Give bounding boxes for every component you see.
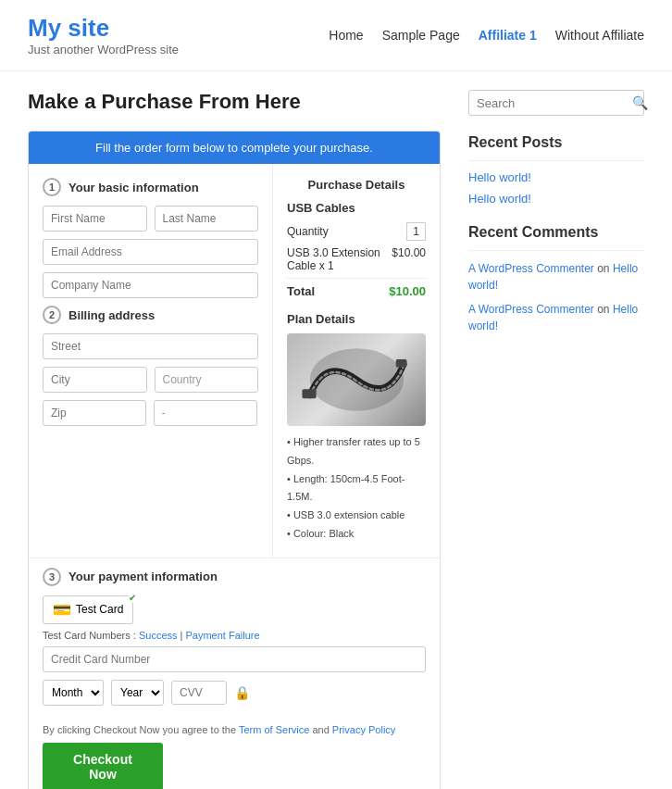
nav-affiliate1[interactable]: Affiliate 1 [479,28,537,43]
street-row [43,333,258,359]
nav-without-affiliate[interactable]: Without Affiliate [555,28,644,43]
section1-num: 1 [43,178,61,196]
city-input[interactable] [43,367,147,393]
section2-num: 2 [43,306,61,324]
main-nav: Home Sample Page Affiliate 1 Without Aff… [329,28,644,43]
product-image [287,333,426,426]
card-icon: 💳 [53,601,71,619]
test-card-button[interactable]: 💳 Test Card ✔ [43,595,133,624]
terms-text: By clicking Checkout Now you agree to th… [43,724,426,735]
feature-4: Colour: Black [287,525,426,544]
cvv-icon: 🔒 [234,685,250,700]
purchase-title: Purchase Details [287,178,426,192]
product-line-price: $10.00 [392,246,426,272]
country-select[interactable]: Country [155,367,259,393]
recent-posts-title: Recent Posts [468,134,644,151]
card-number-input[interactable] [43,646,426,672]
nav-home[interactable]: Home [329,28,363,43]
check-icon: ✔ [129,593,136,603]
test-numbers-label: Test Card Numbers : [43,630,136,641]
quantity-value: 1 [406,222,426,241]
product-line: USB 3.0 Extension Cable x 1 $10.00 [287,246,426,272]
content-area: Make a Purchase From Here Fill the order… [28,90,441,789]
section2-label: Billing address [68,308,155,322]
site-branding: My site Just another WordPress site [28,14,179,56]
site-header: My site Just another WordPress site Home… [0,0,672,71]
commenter-2[interactable]: A WordPress Commenter [468,303,594,316]
checkout-section: By clicking Checkout Now you agree to th… [29,715,440,789]
last-name-input[interactable] [155,206,259,232]
total-price: $10.00 [389,284,426,298]
feature-2: Length: 150cm-4.5 Foot-1.5M. [287,470,426,507]
sidebar: 🔍 Recent Posts Hello world! Hello world!… [468,90,644,789]
product-name: USB Cables [287,201,426,215]
svg-rect-2 [395,359,406,367]
email-input[interactable] [43,239,258,265]
zip-select[interactable]: - [154,400,257,426]
street-input[interactable] [43,333,258,359]
section1-label: Your basic information [68,181,199,194]
total-row: Total $10.00 [287,278,426,298]
email-row [43,239,258,265]
test-card-label: Test Card [76,603,123,616]
company-input[interactable] [43,272,258,298]
quantity-row: Quantity 1 [287,222,426,241]
purchase-form-container: Fill the order form below to complete yo… [28,131,441,789]
section1-header: 1 Your basic information [43,178,258,196]
main-container: Make a Purchase From Here Fill the order… [0,71,672,789]
commenter-1[interactable]: A WordPress Commenter [468,262,594,275]
form-left: 1 Your basic information [29,164,273,557]
svg-rect-1 [302,389,316,398]
recent-post-1[interactable]: Hello world! [468,170,644,184]
checkout-button[interactable]: Checkout Now [43,743,163,789]
expiry-row: Month Year 🔒 [43,680,426,706]
search-input[interactable] [477,96,632,110]
form-body: 1 Your basic information [29,164,440,557]
site-description: Just another WordPress site [28,43,179,56]
quantity-label: Quantity [287,225,329,238]
comment-1-text: on [597,262,609,275]
section2-header: 2 Billing address [43,306,258,324]
total-label: Total [287,284,315,298]
feature-3: USB 3.0 extension cable [287,507,426,525]
divider1 [468,160,644,161]
success-link[interactable]: Success [139,630,178,641]
company-row [43,272,258,298]
plan-features: Higher transfer rates up to 5 Gbps. Leng… [287,433,426,544]
form-header: Fill the order form below to complete yo… [29,132,440,164]
comment-2-text: on [597,303,609,316]
divider2 [468,250,644,251]
year-select[interactable]: Year [111,680,164,706]
feature-1: Higher transfer rates up to 5 Gbps. [287,433,426,470]
first-name-input[interactable] [43,206,147,232]
product-line-label: USB 3.0 Extension Cable x 1 [287,246,392,272]
payment-section: 3 Your payment information 💳 Test Card ✔… [29,557,440,715]
plan-title: Plan Details [287,312,426,326]
section3-num: 3 [43,568,61,586]
purchase-details: Purchase Details USB Cables Quantity 1 U… [273,164,440,557]
privacy-link[interactable]: Privacy Policy [332,724,395,735]
comment-1: A WordPress Commenter on Hello world! [468,260,644,294]
recent-post-2[interactable]: Hello world! [468,192,644,206]
zip-row: - [43,400,258,426]
zip-input[interactable] [43,400,146,426]
terms-link[interactable]: Term of Service [239,724,309,735]
site-title: My site [28,14,179,43]
city-country-row: Country [43,367,258,393]
recent-comments-title: Recent Comments [468,224,644,241]
test-numbers-row: Test Card Numbers : Success | Payment Fa… [43,630,426,641]
search-icon: 🔍 [632,95,648,110]
section3-label: Your payment information [68,570,218,583]
cvv-input[interactable] [171,681,227,705]
section3-header: 3 Your payment information [43,568,426,586]
page-title: Make a Purchase From Here [28,90,441,114]
failure-link[interactable]: Payment Failure [186,630,260,641]
nav-sample[interactable]: Sample Page [382,28,460,43]
search-box: 🔍 [468,90,644,116]
comment-2: A WordPress Commenter on Hello world! [468,301,644,334]
month-select[interactable]: Month [43,680,104,706]
name-row [43,206,258,232]
